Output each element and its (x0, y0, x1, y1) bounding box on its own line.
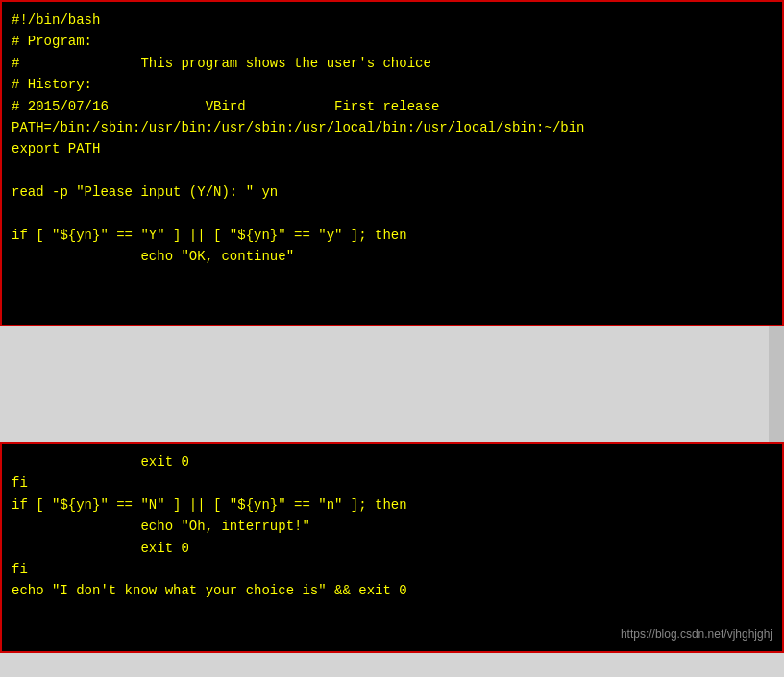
code-line-3: # This program shows the user's choice (12, 53, 772, 74)
bottom-line-4: echo "Oh, interrupt!" (12, 516, 772, 537)
scrollbar-area[interactable] (769, 326, 784, 442)
bottom-line-1: exit 0 (12, 451, 772, 472)
empty-line-1 (12, 160, 772, 181)
code-line-8: read -p "Please input (Y/N): " yn (12, 181, 772, 203)
code-line-10: echo "OK, continue" (12, 246, 772, 267)
bottom-line-6: fi (12, 559, 772, 580)
bottom-code-block: exit 0 fi if [ "${yn}" == "N" ] || [ "${… (0, 442, 784, 653)
bottom-line-3: if [ "${yn}" == "N" ] || [ "${yn}" == "n… (12, 495, 772, 516)
code-line-5: # 2015/07/16 VBird First release (12, 96, 772, 117)
gap-section (0, 326, 784, 442)
bottom-line-7: echo "I don't know what your choice is" … (12, 580, 772, 601)
code-line-4: # History: (12, 74, 772, 95)
empty-line-2 (12, 204, 772, 225)
code-line-7: export PATH (12, 138, 772, 159)
code-line-6: PATH=/bin:/sbin:/usr/bin:/usr/sbin:/usr/… (12, 117, 772, 138)
bottom-line-5: exit 0 (12, 538, 772, 559)
bottom-line-2: fi (12, 472, 772, 494)
code-line-9: if [ "${yn}" == "Y" ] || [ "${yn}" == "y… (12, 225, 772, 246)
code-line-1: #!/bin/bash (12, 10, 772, 31)
top-code-block: #!/bin/bash # Program: # This program sh… (0, 0, 784, 326)
watermark: https://blog.csdn.net/vjhghjghj (621, 625, 772, 643)
code-line-2: # Program: (12, 31, 772, 52)
page-container: #!/bin/bash # Program: # This program sh… (0, 0, 784, 677)
